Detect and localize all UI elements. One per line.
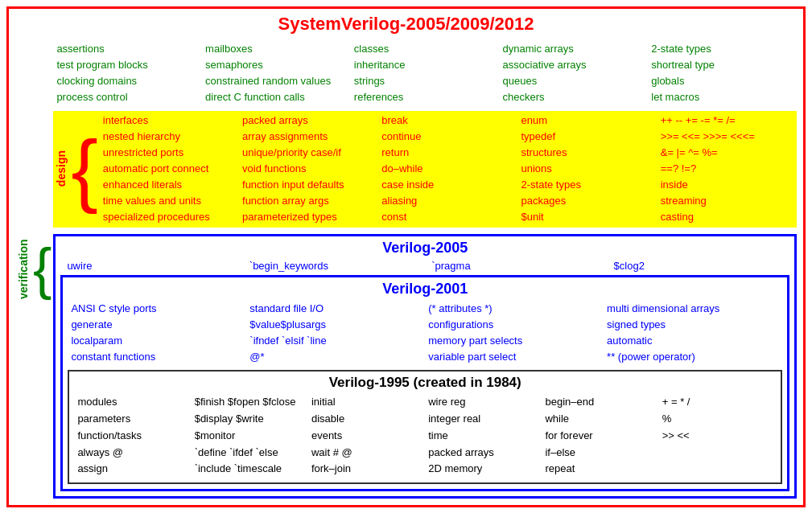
verilog-1995-title: Verilog-1995 (created in 1984)	[74, 375, 776, 391]
ver-col4-item4: checkers	[503, 89, 645, 105]
ver-col3-item1: classes	[354, 41, 497, 57]
des-col5-item1: ++ -- += -= *= /=	[661, 113, 793, 129]
des-col4-item3: structures	[521, 145, 654, 161]
des-col3-item5: case inside	[381, 177, 514, 193]
des-col5-item3: &= |= ^= %=	[661, 145, 793, 161]
des-col1-item4: automatic port connect	[103, 161, 236, 177]
v1995-col3-item5: fork–join	[311, 461, 422, 478]
v1995-col3-item3: events	[311, 428, 422, 445]
des-col3-item1: break	[381, 113, 514, 129]
design-col3: break continue return do–while case insi…	[378, 111, 517, 228]
v2001-col3-item3: memory part selects	[428, 333, 600, 349]
verilog-1995-columns: modules parameters function/tasks always…	[74, 394, 776, 478]
v2001-col2-item4: @*	[249, 349, 422, 365]
v2001-col3-item4: variable part select	[428, 349, 600, 365]
ver-col3-item3: strings	[354, 73, 497, 89]
des-col5-item5: inside	[661, 177, 793, 193]
ver-col3: classes inheritance strings references	[351, 39, 500, 108]
ver-col1-item4: process control	[56, 89, 199, 105]
v1995-col3-item4: wait # @	[311, 445, 422, 462]
v1995-col2-item5: `include `timescale	[195, 461, 305, 478]
v1995-col1-item2: parameters	[77, 411, 188, 428]
v2001-col4-item4: ** (power operator)	[607, 349, 779, 365]
v1995-col5-item5: repeat	[545, 461, 655, 478]
verification-section: assertions test program blocks clocking …	[53, 39, 797, 111]
v2005-item-clog2: $clog2	[608, 260, 789, 272]
design-col5: ++ -- += -= *= /= >>= <<= >>>= <<<= &= |…	[657, 111, 797, 228]
des-col5-item7: casting	[661, 209, 793, 225]
des-col1-item1: interfaces	[103, 113, 236, 129]
v1995-col6-item1: + = * /	[662, 394, 773, 411]
design-col4: enum typedef structures unions 2-state t…	[518, 111, 657, 228]
ver-col2-item3: constrained random values	[205, 73, 348, 89]
des-col2-item6: function array args	[242, 193, 375, 209]
des-col1-item2: nested hierarchy	[103, 129, 236, 145]
v2001-col3-item2: configurations	[428, 317, 600, 333]
ver-col4-item3: queues	[503, 73, 645, 89]
ver-col1-item1: assertions	[56, 41, 199, 57]
v2001-col1-item4: constant functions	[71, 349, 243, 365]
ver-col4-item1: dynamic arrays	[503, 41, 645, 57]
verification-label: verification	[15, 39, 31, 499]
ver-col1: assertions test program blocks clocking …	[53, 39, 202, 108]
verilog-2001-box: Verilog-2001 ANSI C style ports generate…	[60, 275, 789, 492]
v1995-col5: begin–end while for forever if–else repe…	[542, 394, 658, 478]
v2005-item-pragma: `pragma	[425, 260, 607, 272]
ver-col3-item4: references	[354, 89, 497, 105]
v1995-col1-item1: modules	[77, 394, 188, 411]
v1995-col1-item5: assign	[77, 461, 188, 478]
verilog-1995-box: Verilog-1995 (created in 1984) modules p…	[68, 370, 782, 484]
ver-col1-item3: clocking domains	[56, 73, 199, 89]
v1995-col3-item2: disable	[311, 411, 422, 428]
v2001-col2: standard file I/O $value$plusargs `ifnde…	[246, 301, 425, 366]
v2001-col1: ANSI C style ports generate localparam c…	[68, 301, 246, 366]
des-col2-item3: unique/priority case/if	[242, 145, 375, 161]
des-col3-item4: do–while	[381, 161, 514, 177]
design-col2: packed arrays array assignments unique/p…	[239, 111, 378, 228]
v1995-col1-item4: always @	[77, 445, 188, 462]
ver-col4: dynamic arrays associative arrays queues…	[500, 39, 649, 108]
des-col5-item2: >>= <<= >>>= <<<=	[661, 129, 793, 145]
ver-col5-item3: globals	[651, 73, 793, 89]
v2001-col2-item1: standard file I/O	[249, 301, 422, 317]
ver-col2-item1: mailboxes	[205, 41, 348, 57]
des-col1-item6: time values and units	[103, 193, 236, 209]
v1995-col3-item1: initial	[311, 394, 422, 411]
ver-col3-item2: inheritance	[354, 57, 497, 73]
v1995-col2-item2: $display $write	[195, 411, 305, 428]
des-col1-item5: enhanced literals	[103, 177, 236, 193]
des-col2-item1: packed arrays	[242, 113, 375, 129]
des-col1-item7: specialized procedures	[103, 209, 236, 225]
v1995-col6: + = * / % >> <<	[659, 394, 776, 478]
v1995-col2-item3: $monitor	[195, 428, 305, 445]
v2001-col1-item2: generate	[71, 317, 243, 333]
des-col5-item6: streaming	[661, 193, 793, 209]
ver-col5-item4: let macros	[651, 89, 793, 105]
verilog-2005-row: uwire `begin_keywords `pragma $clog2	[60, 260, 789, 272]
verilog-2001-columns: ANSI C style ports generate localparam c…	[68, 301, 782, 366]
outer-container: SystemVerilog-2005/2009/2012 verificatio…	[6, 6, 806, 507]
ver-col2-item2: semaphores	[205, 57, 348, 73]
des-col4-item2: typedef	[521, 129, 654, 145]
v2001-col3-item1: (* attributes *)	[428, 301, 600, 317]
verilog-2005-title: Verilog-2005	[60, 240, 789, 257]
v2001-col4-item1: multi dimensional arrays	[607, 301, 779, 317]
v1995-col4-item3: time	[428, 428, 538, 445]
v1995-col3: initial disable events wait # @ fork–joi…	[308, 394, 425, 478]
des-col4-item6: packages	[521, 193, 654, 209]
v2005-item-uwire: uwire	[60, 260, 242, 272]
ver-col5-item1: 2-state types	[651, 41, 793, 57]
ver-col5: 2-state types shortreal type globals let…	[648, 39, 797, 108]
ver-col4-item2: associative arrays	[503, 57, 645, 73]
v2001-col4-item2: signed types	[607, 317, 779, 333]
v1995-col1-item3: function/tasks	[77, 428, 188, 445]
des-col4-item4: unions	[521, 161, 654, 177]
des-col4-item7: $unit	[521, 209, 654, 225]
v1995-col4-item1: wire reg	[428, 394, 538, 411]
v1995-col5-item3: for forever	[545, 428, 655, 445]
verilog-2001-title: Verilog-2001	[68, 281, 782, 298]
sv-title: SystemVerilog-2005/2009/2012	[15, 14, 797, 35]
des-col2-item7: parameterized types	[242, 209, 375, 225]
v1995-col2-item4: `define `ifdef `else	[195, 445, 305, 462]
v1995-col5-item1: begin–end	[545, 394, 655, 411]
